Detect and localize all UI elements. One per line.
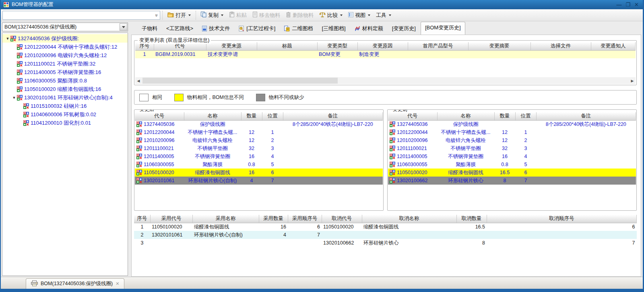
column-header[interactable]: 备注 — [283, 112, 383, 120]
view-button[interactable]: 视图 — [345, 10, 373, 20]
material-row[interactable]: 11050100020缩醛漆包铜圆线166 — [135, 169, 383, 177]
toolbar-search-combo[interactable]: » — [2, 11, 160, 20]
tab-page-bom-change-history: 变更单列表 (双击显示详细信息) 序号代号变更来源标题变更类型变更原因首用产品型… — [131, 35, 641, 277]
after-change-table[interactable]: 代号名称数量位置备注 13274405036保护级线圈8个285/200*40铁… — [135, 112, 383, 185]
scrollbar-track[interactable] — [142, 77, 629, 84]
bom-selector-combo[interactable]: BOM(13274405036:保护级线圈) — [2, 23, 128, 31]
bom-item-icon — [17, 44, 23, 50]
expander-icon[interactable]: ▼ — [5, 37, 10, 41]
copy-button[interactable]: 复制 — [198, 10, 226, 20]
close-tab-icon[interactable]: ✕ — [116, 281, 119, 286]
tree-item[interactable]: 11040600006 环氧树脂:0.02 — [2, 110, 128, 119]
material-row[interactable]: 11060300055聚酯薄膜0.85 — [135, 160, 383, 169]
scroll-left-icon[interactable]: ◀ — [135, 78, 142, 84]
tab-8[interactable]: [变更历史] — [388, 23, 420, 35]
column-header[interactable]: 采用顺序号 — [288, 215, 322, 223]
column-header[interactable]: 变更摘要 — [468, 42, 530, 50]
material-row[interactable]: 12010200096电镀锌六角头螺栓122 — [135, 136, 383, 144]
column-header[interactable]: 变更类型 — [317, 42, 357, 50]
chevrons-icon[interactable]: » — [154, 14, 160, 16]
tree-item[interactable]: 12011100021 不锈钢平垫圈:32 — [2, 60, 128, 68]
compare-button[interactable]: 比较 — [316, 10, 345, 20]
tab-9[interactable]: [BOM变更历史] — [421, 22, 465, 35]
column-header[interactable]: 名称 — [184, 112, 241, 120]
column-header[interactable]: 变更原因 — [357, 42, 408, 50]
material-row[interactable]: 13274405036保护级线圈8个285/200*40铁芯(4绕组)-LB7-… — [135, 120, 383, 128]
cell-code: 12011400005 — [135, 152, 184, 160]
material-row[interactable]: 13020100662环形硅钢片铁心87 — [388, 177, 636, 185]
column-header[interactable]: 采用名称 — [192, 215, 259, 223]
material-row[interactable]: 11050100020缩醛漆包铜圆线16.56 — [388, 169, 636, 177]
material-row[interactable]: 12011400005不锈钢弹簧垫圈164 — [135, 152, 383, 160]
tab-5[interactable]: 二维图档 — [280, 23, 317, 35]
summary-row[interactable]: 213020101061环形硅钢片铁心(自制)47 — [134, 231, 637, 239]
column-header[interactable]: 取消数量 — [456, 215, 487, 223]
tools-button[interactable]: 工具 — [373, 10, 394, 20]
column-header[interactable]: 代号 — [388, 112, 437, 120]
tab-4[interactable]: [工艺过程卡] — [235, 23, 279, 35]
tree-item[interactable]: 11041200010 固化剂:0.01 — [2, 119, 128, 127]
column-header[interactable]: 取消顺序号 — [487, 215, 637, 223]
tree-item[interactable]: ▼ 13274405036 保护级线圈: — [2, 34, 128, 43]
tree-item[interactable]: 12011400005 不锈钢弹簧垫圈:16 — [2, 68, 128, 76]
cell-name: 不锈钢平垫圈 — [184, 144, 241, 152]
scroll-right-icon[interactable]: ▶ — [629, 78, 636, 84]
cell-pos: 4 — [515, 152, 536, 160]
change-order-table[interactable]: 序号代号变更来源标题变更类型变更原因首用产品型号变更摘要选择文件变更通知人1BG… — [135, 42, 636, 58]
column-header[interactable]: 变更通知人 — [591, 42, 636, 50]
tree-item[interactable]: ▼ 13020101061 环形硅钢片铁心(自制):4 — [2, 93, 128, 102]
column-header[interactable]: 标题 — [257, 42, 317, 50]
column-header[interactable]: 选择文件 — [530, 42, 591, 50]
column-header[interactable]: 取消名称 — [362, 215, 456, 223]
material-row[interactable]: 12010200096电镀锌六角头螺栓122 — [388, 136, 636, 144]
material-code: 13274405036 — [144, 121, 174, 127]
column-header[interactable]: 位置 — [515, 112, 536, 120]
maximize-button[interactable]: ❐ — [625, 2, 630, 7]
tree-item[interactable]: 11050100020 缩醛漆包铜圆线:16 — [2, 85, 128, 93]
expander-icon[interactable]: ▼ — [11, 96, 17, 100]
material-row[interactable]: 13020101061环形硅钢片铁心(自制)47 — [135, 177, 383, 185]
document-tab[interactable]: BOM(13274405036:保护级线圈) ✕ — [26, 278, 124, 289]
summary-row[interactable]: 111050100020缩醛漆包铜圆线16611050100020缩醛漆包铜圆线… — [134, 223, 637, 231]
column-header[interactable]: 采用代号 — [150, 215, 192, 223]
tree-item[interactable]: 12012200044 不锈钢十字槽盘头螺钉:12 — [2, 43, 128, 51]
column-header[interactable]: 序号 — [134, 215, 150, 223]
column-header[interactable]: 数量 — [241, 112, 262, 120]
close-button[interactable]: ✕ — [634, 2, 639, 7]
combo-dropdown-button[interactable] — [120, 23, 127, 31]
scrollbar-thumb[interactable] — [142, 78, 338, 84]
material-row[interactable]: 12011400005不锈钢弹簧垫圈164 — [388, 152, 636, 160]
tab-6[interactable]: [三维图档] — [318, 23, 349, 35]
material-row[interactable]: 12011100021不锈钢平垫圈323 — [388, 144, 636, 152]
tab-7[interactable]: 材料定额 — [351, 23, 387, 35]
column-header[interactable]: 备注 — [536, 112, 636, 120]
column-header[interactable]: 数量 — [494, 112, 515, 120]
material-row[interactable]: 13274405036保护级线圈8个285/200*40铁芯(4绕组)-LB7-… — [388, 120, 636, 128]
summary-row[interactable]: 313020100662环形硅钢片铁心87 — [134, 239, 637, 247]
minimize-button[interactable]: — — [616, 2, 621, 7]
material-row[interactable]: 11060300055聚酯薄膜0.85 — [388, 160, 636, 169]
before-change-table[interactable]: 代号名称数量位置备注 13274405036保护级线圈8个285/200*40铁… — [388, 112, 636, 185]
column-header[interactable]: 采用数量 — [259, 215, 288, 223]
material-row[interactable]: 12012200044不锈钢十字槽盘头螺...121 — [135, 128, 383, 136]
tree-item[interactable]: 12010200096 电镀锌六角头螺栓:12 — [2, 51, 128, 60]
column-header[interactable]: 取消代号 — [322, 215, 362, 223]
open-button[interactable]: 打开 — [165, 10, 194, 20]
tree-item[interactable]: 11015100032 硅钢片:16 — [2, 102, 128, 110]
column-header[interactable]: 变更来源 — [206, 42, 257, 50]
cell-note — [283, 128, 383, 136]
column-header[interactable]: 首用产品型号 — [408, 42, 468, 50]
change-summary-table[interactable]: 序号采用代号采用名称采用数量采用顺序号取消代号取消名称取消数量取消顺序号1110… — [134, 215, 637, 247]
tab-3[interactable]: 技术文件 — [198, 23, 234, 35]
material-row[interactable]: 12012200044不锈钢十字槽盘头螺...121 — [388, 128, 636, 136]
tab-2[interactable]: <工艺路线> — [162, 23, 197, 35]
tree-item[interactable]: 11060300055 聚酯薄膜:0.8 — [2, 76, 128, 85]
column-header[interactable]: 代号 — [135, 112, 184, 120]
change-order-row[interactable]: 1BGBM.2019.0031技术变更申请BOM变更制造变更 — [135, 50, 636, 58]
tab-1[interactable]: 子物料 — [138, 23, 161, 35]
column-header[interactable]: 位置 — [262, 112, 283, 120]
horizontal-scrollbar[interactable]: ◀ ▶ — [135, 77, 636, 84]
bom-item-icon — [390, 121, 395, 127]
column-header[interactable]: 名称 — [437, 112, 494, 120]
material-row[interactable]: 12011100021不锈钢平垫圈323 — [135, 144, 383, 152]
